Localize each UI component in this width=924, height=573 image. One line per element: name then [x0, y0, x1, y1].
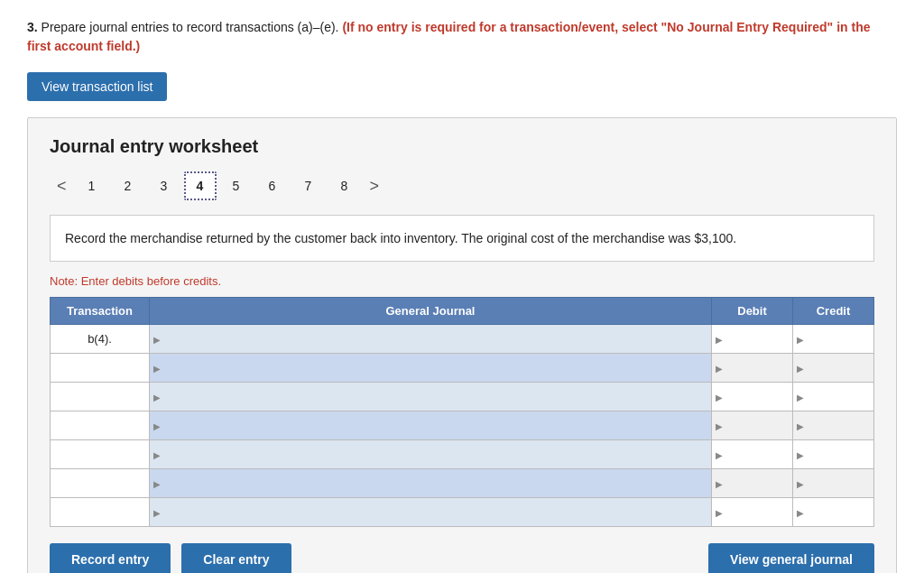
note-text: Note: Enter debits before credits.	[50, 274, 874, 288]
tab-8[interactable]: 8	[328, 171, 361, 200]
col-header-credit: Credit	[793, 298, 874, 325]
cell-transaction-6[interactable]	[51, 498, 150, 527]
cell-debit-5[interactable]	[712, 469, 793, 498]
cell-credit-3[interactable]	[793, 411, 874, 440]
cell-credit-1[interactable]	[793, 354, 874, 383]
cell-transaction-3[interactable]	[51, 411, 150, 440]
cell-transaction-5[interactable]	[51, 469, 150, 498]
col-header-debit: Debit	[712, 298, 793, 325]
cell-transaction-4[interactable]	[51, 440, 150, 469]
action-buttons: Record entry Clear entry View general jo…	[50, 543, 874, 573]
clear-entry-button[interactable]: Clear entry	[181, 543, 291, 573]
cell-credit-0[interactable]	[793, 325, 874, 354]
tab-1[interactable]: 1	[76, 171, 108, 200]
table-row	[51, 354, 874, 383]
cell-transaction-1[interactable]	[51, 354, 150, 383]
cell-debit-6[interactable]	[712, 498, 793, 527]
tab-3[interactable]: 3	[148, 171, 180, 200]
table-row	[51, 411, 874, 440]
cell-general-0[interactable]	[150, 325, 712, 354]
journal-table: Transaction General Journal Debit Credit…	[50, 297, 874, 527]
tab-7[interactable]: 7	[292, 171, 325, 200]
cell-credit-6[interactable]	[793, 498, 874, 527]
transaction-description: Record the merchandise returned by the c…	[50, 215, 874, 262]
tab-6[interactable]: 6	[256, 171, 289, 200]
cell-debit-4[interactable]	[712, 440, 793, 469]
cell-transaction-0[interactable]: b(4).	[51, 325, 150, 354]
cell-credit-4[interactable]	[793, 440, 874, 469]
tab-next-arrow[interactable]: >	[363, 173, 387, 199]
tab-4[interactable]: 4	[184, 171, 217, 200]
cell-transaction-2[interactable]	[51, 383, 150, 411]
question-main-text: Prepare journal entries to record transa…	[42, 20, 339, 34]
cell-debit-3[interactable]	[712, 411, 793, 440]
table-row	[51, 440, 874, 469]
table-row	[51, 383, 874, 411]
col-header-transaction: Transaction	[51, 298, 150, 325]
view-transaction-list-button[interactable]: View transaction list	[27, 72, 167, 101]
cell-debit-0[interactable]	[712, 325, 793, 354]
worksheet-title: Journal entry worksheet	[50, 136, 874, 157]
view-general-journal-button[interactable]: View general journal	[708, 543, 874, 573]
col-header-general: General Journal	[150, 298, 712, 325]
tab-5[interactable]: 5	[220, 171, 253, 200]
question-number: 3.	[27, 20, 38, 34]
cell-general-1[interactable]	[150, 354, 712, 383]
cell-credit-5[interactable]	[793, 469, 874, 498]
cell-debit-2[interactable]	[712, 383, 793, 411]
table-row	[51, 469, 874, 498]
cell-general-6[interactable]	[150, 498, 712, 527]
cell-general-3[interactable]	[150, 411, 712, 440]
tab-prev-arrow[interactable]: <	[50, 173, 74, 199]
tab-navigation: < 1 2 3 4 5 6 7 8 >	[50, 171, 874, 200]
tab-2[interactable]: 2	[112, 171, 144, 200]
question-header: 3. Prepare journal entries to record tra…	[27, 18, 897, 56]
record-entry-button[interactable]: Record entry	[50, 543, 171, 573]
cell-general-2[interactable]	[150, 383, 712, 411]
cell-credit-2[interactable]	[793, 383, 874, 411]
cell-debit-1[interactable]	[712, 354, 793, 383]
table-row	[51, 498, 874, 527]
cell-general-4[interactable]	[150, 440, 712, 469]
table-row: b(4).	[51, 325, 874, 354]
worksheet-container: Journal entry worksheet < 1 2 3 4 5 6 7 …	[27, 117, 897, 573]
cell-general-5[interactable]	[150, 469, 712, 498]
